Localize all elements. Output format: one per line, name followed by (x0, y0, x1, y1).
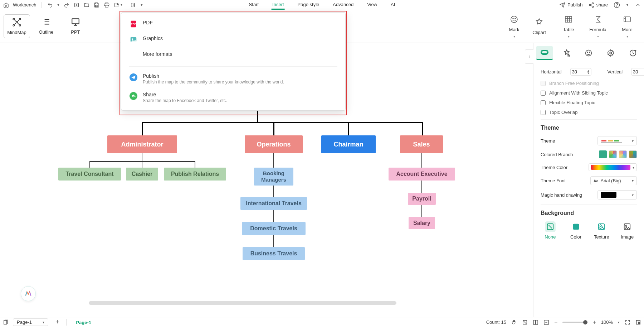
panel-tab-emoji[interactable] (580, 46, 597, 60)
view-multi-icon[interactable] (533, 319, 538, 325)
export-dropdown: PDF PDF Graphics More formats Publish Pu… (121, 12, 346, 111)
add-page-button[interactable]: + (53, 318, 62, 326)
node-booking-managers[interactable]: Booking Managers (254, 168, 293, 186)
theme-section-title: Theme (541, 125, 637, 131)
floating-logo[interactable] (21, 286, 36, 301)
menu-page-style[interactable]: Page style (297, 0, 320, 10)
topbar-right: Publish share ▼ (560, 2, 641, 8)
open-icon[interactable] (83, 2, 90, 8)
node-chairman[interactable]: Chairman (321, 135, 376, 153)
panel-collapse-button[interactable] (525, 49, 533, 64)
fit-icon[interactable] (543, 319, 549, 325)
magic-select[interactable]: ▾ (597, 190, 637, 199)
page-tab-1[interactable]: Page-1 (71, 318, 96, 327)
topbar: Workbench ▼ ▼ ▼ Start Insert Page style … (0, 0, 644, 10)
export-share-title: Share (143, 92, 227, 97)
ribbon-clipart[interactable]: Clipart (526, 12, 552, 41)
home-icon[interactable] (3, 2, 9, 8)
import-icon[interactable] (130, 2, 136, 8)
node-domestic-travels[interactable]: Domestic Travels (242, 222, 306, 235)
branch-swatch-4[interactable] (629, 150, 637, 158)
ribbon-more[interactable]: More ▾ (614, 12, 640, 41)
node-publish-relations[interactable]: Publish Relations (164, 168, 226, 181)
export-icon[interactable]: ▼ (113, 2, 120, 8)
theme-font-select[interactable]: AaArial (Big)▾ (590, 176, 637, 185)
horizontal-input[interactable]: ▲▼ (570, 68, 592, 76)
menu-insert[interactable]: Insert (272, 0, 285, 10)
ribbon-mark[interactable]: Mark ▾ (505, 12, 523, 41)
branch-swatch-2[interactable] (609, 150, 617, 158)
export-more-formats-label: More formats (143, 51, 172, 57)
theme-select[interactable]: ▾ (597, 136, 637, 145)
chk-branch-free[interactable]: Branch Free Positioning (541, 81, 637, 86)
redo-icon[interactable] (63, 2, 70, 8)
node-account-executive[interactable]: Account Executive (389, 168, 455, 181)
zoom-out-icon[interactable]: − (554, 319, 557, 326)
collapse-icon[interactable] (635, 2, 641, 8)
export-share[interactable]: Share Share the map to Facebook and Twit… (121, 88, 345, 107)
branch-swatch-3[interactable] (619, 150, 627, 158)
export-more-formats[interactable]: More formats (121, 48, 345, 63)
export-graphics[interactable]: Graphics (121, 32, 345, 48)
undo-icon[interactable] (47, 2, 53, 8)
pages-icon[interactable] (3, 319, 9, 325)
node-salary[interactable]: Salary (409, 217, 435, 229)
menu-advanced[interactable]: Advanced (332, 0, 354, 10)
bg-none[interactable]: None (541, 221, 560, 240)
chk-topic-overlap[interactable]: Topic Overlap (541, 110, 637, 115)
workbench-label[interactable]: Workbench (13, 2, 36, 8)
svg-point-16 (19, 25, 21, 26)
topbar-left: Workbench ▼ ▼ ▼ (3, 2, 143, 8)
hand-tool-icon[interactable] (511, 319, 517, 325)
view-single-icon[interactable] (522, 319, 528, 325)
menu-ai[interactable]: AI (390, 0, 396, 10)
node-payroll[interactable]: Payroll (408, 193, 436, 205)
node-international-travels[interactable]: International Travels (240, 197, 307, 210)
chk-flex-float[interactable]: Flexible Floating Topic (541, 100, 637, 105)
chk-align-sibling[interactable]: Alignment With Sibling Topic (541, 90, 637, 96)
vertical-input[interactable]: ▲▼ (631, 68, 644, 76)
svg-point-43 (626, 225, 627, 226)
menu-start[interactable]: Start (248, 0, 259, 10)
branch-swatch-1[interactable] (599, 150, 607, 158)
save-icon[interactable] (93, 2, 100, 8)
bg-image[interactable]: Image (618, 221, 637, 240)
colored-branch-swatches (599, 150, 637, 158)
ribbon-mindmap[interactable]: MindMap (4, 14, 30, 38)
horizontal-scrollbar[interactable] (89, 301, 396, 305)
ribbon-ppt[interactable]: PPT (62, 14, 89, 38)
node-sales[interactable]: Sales (400, 135, 443, 153)
outline-icon (42, 17, 51, 27)
status-bar: Page-1▾ + Page-1 Count: 15 − + 100% ▾ (0, 317, 644, 327)
ribbon-outline[interactable]: Outline (33, 14, 59, 38)
svg-rect-40 (573, 224, 579, 230)
node-travel-consultant[interactable]: Travel Consultant (58, 168, 121, 181)
minimize-panel-icon[interactable] (635, 319, 641, 325)
node-cashier[interactable]: Cashier (126, 168, 158, 181)
share-button[interactable]: share (589, 2, 608, 8)
ribbon-mark-label: Mark (509, 27, 519, 32)
new-icon[interactable] (73, 2, 80, 8)
panel-tab-history[interactable] (624, 46, 641, 60)
bg-texture[interactable]: Texture (592, 221, 611, 240)
ribbon-formula[interactable]: Formula ▾ (585, 12, 611, 41)
export-publish[interactable]: Publish Publish the map to the community… (121, 69, 345, 88)
panel-tab-style[interactable] (558, 46, 575, 60)
fullscreen-icon[interactable] (625, 319, 630, 325)
menu-view[interactable]: View (366, 0, 378, 10)
help-icon[interactable] (614, 2, 620, 8)
zoom-in-icon[interactable]: + (592, 319, 596, 326)
publish-button[interactable]: Publish (560, 2, 583, 8)
node-operations[interactable]: Operations (245, 135, 303, 153)
print-icon[interactable] (103, 2, 110, 8)
theme-color-select[interactable]: ▾ (589, 163, 637, 171)
page-select[interactable]: Page-1▾ (13, 318, 48, 326)
export-pdf[interactable]: PDF PDF (121, 16, 345, 32)
zoom-slider[interactable] (562, 322, 587, 323)
node-administrator[interactable]: Administrator (107, 135, 177, 153)
ribbon-table[interactable]: Table ▾ (555, 12, 582, 41)
bg-color[interactable]: Color (566, 221, 586, 240)
panel-tab-settings[interactable] (602, 46, 619, 60)
node-business-travels[interactable]: Business Travels (243, 247, 305, 260)
panel-tab-layout[interactable] (536, 46, 553, 60)
